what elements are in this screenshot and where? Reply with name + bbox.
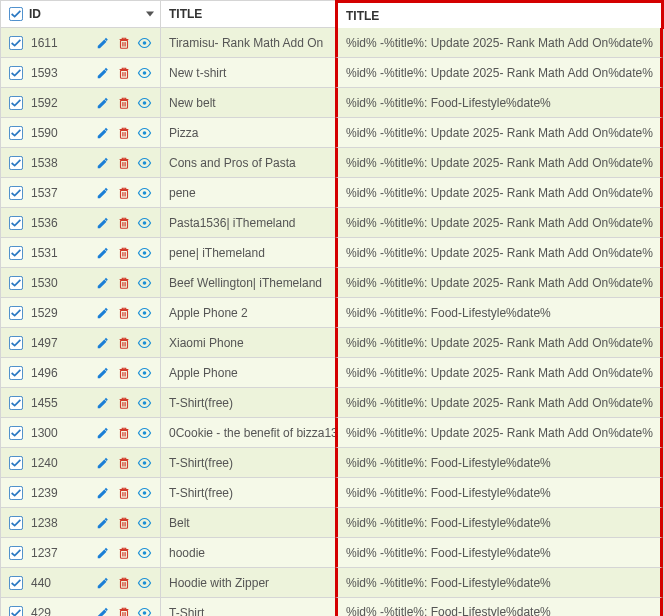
view-icon[interactable] (137, 575, 152, 590)
row-checkbox-icon[interactable] (9, 576, 23, 590)
edit-icon[interactable] (95, 155, 110, 170)
cell-id[interactable]: 1238 (1, 508, 161, 538)
row-checkbox-icon[interactable] (9, 456, 23, 470)
cell-title[interactable]: Apple Phone 2 (161, 298, 336, 328)
edit-icon[interactable] (95, 545, 110, 560)
view-icon[interactable] (137, 455, 152, 470)
cell-id[interactable]: 1239 (1, 478, 161, 508)
delete-icon[interactable] (116, 395, 131, 410)
row-checkbox-icon[interactable] (9, 486, 23, 500)
view-icon[interactable] (137, 35, 152, 50)
cell-title[interactable]: T-Shirt(free) (161, 448, 336, 478)
edit-icon[interactable] (95, 245, 110, 260)
view-icon[interactable] (137, 485, 152, 500)
view-icon[interactable] (137, 425, 152, 440)
cell-id[interactable]: 440 (1, 568, 161, 598)
view-icon[interactable] (137, 95, 152, 110)
cell-id[interactable]: 1530 (1, 268, 161, 298)
delete-icon[interactable] (116, 545, 131, 560)
cell-title[interactable]: pene| iThemeland (161, 238, 336, 268)
column-header-id[interactable]: ID (1, 1, 161, 28)
row-checkbox-icon[interactable] (9, 396, 23, 410)
edit-icon[interactable] (95, 606, 110, 617)
edit-icon[interactable] (95, 35, 110, 50)
cell-title2[interactable]: %id% -%title%: Food-Lifestyle%date% (335, 478, 663, 508)
row-checkbox-icon[interactable] (9, 126, 23, 140)
cell-title2[interactable]: %id% -%title%: Update 2025- Rank Math Ad… (335, 388, 663, 418)
edit-icon[interactable] (95, 275, 110, 290)
cell-title[interactable]: Tiramisu- Rank Math Add On (161, 28, 336, 58)
view-icon[interactable] (137, 125, 152, 140)
view-icon[interactable] (137, 395, 152, 410)
cell-title2[interactable]: %id% -%title%: Food-Lifestyle%date% (335, 598, 663, 616)
delete-icon[interactable] (116, 155, 131, 170)
view-icon[interactable] (137, 275, 152, 290)
row-checkbox-icon[interactable] (9, 216, 23, 230)
cell-id[interactable]: 1537 (1, 178, 161, 208)
view-icon[interactable] (137, 215, 152, 230)
cell-id[interactable]: 1536 (1, 208, 161, 238)
cell-id[interactable]: 1538 (1, 148, 161, 178)
delete-icon[interactable] (116, 215, 131, 230)
cell-title2[interactable]: %id% -%title%: Update 2025- Rank Math Ad… (335, 118, 663, 148)
cell-title2[interactable]: %id% -%title%: Food-Lifestyle%date% (335, 508, 663, 538)
cell-title[interactable]: Apple Phone (161, 358, 336, 388)
edit-icon[interactable] (95, 425, 110, 440)
view-icon[interactable] (137, 606, 152, 617)
cell-title2[interactable]: %id% -%title%: Food-Lifestyle%date% (335, 298, 663, 328)
cell-title2[interactable]: %id% -%title%: Update 2025- Rank Math Ad… (335, 28, 663, 58)
delete-icon[interactable] (116, 485, 131, 500)
cell-title2[interactable]: %id% -%title%: Food-Lifestyle%date% (335, 448, 663, 478)
delete-icon[interactable] (116, 575, 131, 590)
view-icon[interactable] (137, 515, 152, 530)
edit-icon[interactable] (95, 95, 110, 110)
cell-title[interactable]: T-Shirt(free) (161, 478, 336, 508)
cell-title2[interactable]: %id% -%title%: Update 2025- Rank Math Ad… (335, 328, 663, 358)
cell-id[interactable]: 1531 (1, 238, 161, 268)
cell-title[interactable]: T-Shirt(free) (161, 388, 336, 418)
cell-title2[interactable]: %id% -%title%: Update 2025- Rank Math Ad… (335, 268, 663, 298)
cell-title2[interactable]: %id% -%title%: Update 2025- Rank Math Ad… (335, 178, 663, 208)
cell-id[interactable]: 1240 (1, 448, 161, 478)
delete-icon[interactable] (116, 365, 131, 380)
row-checkbox-icon[interactable] (9, 306, 23, 320)
delete-icon[interactable] (116, 245, 131, 260)
cell-title2[interactable]: %id% -%title%: Food-Lifestyle%date% (335, 88, 663, 118)
cell-title2[interactable]: %id% -%title%: Food-Lifestyle%date% (335, 538, 663, 568)
row-checkbox-icon[interactable] (9, 516, 23, 530)
cell-title2[interactable]: %id% -%title%: Food-Lifestyle%date% (335, 568, 663, 598)
cell-title[interactable]: Pizza (161, 118, 336, 148)
cell-title2[interactable]: %id% -%title%: Update 2025- Rank Math Ad… (335, 58, 663, 88)
edit-icon[interactable] (95, 365, 110, 380)
cell-id[interactable]: 1496 (1, 358, 161, 388)
delete-icon[interactable] (116, 95, 131, 110)
cell-title2[interactable]: %id% -%title%: Update 2025- Rank Math Ad… (335, 418, 663, 448)
edit-icon[interactable] (95, 455, 110, 470)
cell-title2[interactable]: %id% -%title%: Update 2025- Rank Math Ad… (335, 208, 663, 238)
delete-icon[interactable] (116, 185, 131, 200)
delete-icon[interactable] (116, 335, 131, 350)
edit-icon[interactable] (95, 215, 110, 230)
column-header-title2[interactable]: TITLE (335, 0, 664, 29)
row-checkbox-icon[interactable] (9, 36, 23, 50)
row-checkbox-icon[interactable] (9, 606, 23, 616)
cell-title[interactable]: New t-shirt (161, 58, 336, 88)
delete-icon[interactable] (116, 425, 131, 440)
edit-icon[interactable] (95, 335, 110, 350)
cell-title[interactable]: Beef Wellington| iThemeland (161, 268, 336, 298)
view-icon[interactable] (137, 545, 152, 560)
delete-icon[interactable] (116, 65, 131, 80)
cell-id[interactable]: 1611 (1, 28, 161, 58)
checkbox-all-icon[interactable] (9, 7, 23, 21)
view-icon[interactable] (137, 305, 152, 320)
cell-title[interactable]: T-Shirt (161, 598, 336, 616)
column-header-title[interactable]: TITLE (161, 1, 336, 28)
cell-id[interactable]: 1497 (1, 328, 161, 358)
cell-id[interactable]: 429 (1, 598, 161, 616)
delete-icon[interactable] (116, 305, 131, 320)
view-icon[interactable] (137, 365, 152, 380)
row-checkbox-icon[interactable] (9, 96, 23, 110)
row-checkbox-icon[interactable] (9, 186, 23, 200)
cell-title2[interactable]: %id% -%title%: Update 2025- Rank Math Ad… (335, 358, 663, 388)
cell-id[interactable]: 1592 (1, 88, 161, 118)
